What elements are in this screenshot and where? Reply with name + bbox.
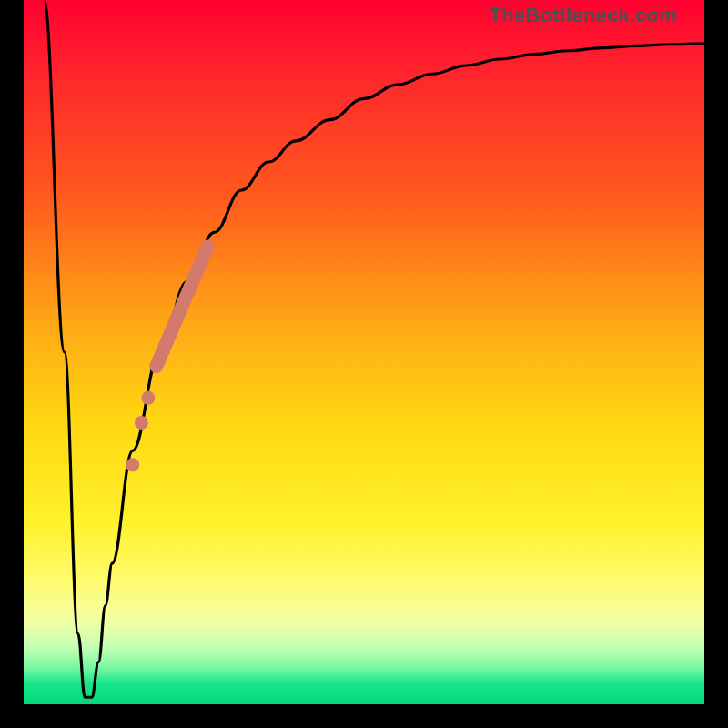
dot-2 xyxy=(135,416,148,430)
bottleneck-curve xyxy=(44,0,704,697)
dot-3 xyxy=(126,458,139,471)
curve-layer xyxy=(24,0,704,704)
chart-frame: TheBottleneck.com xyxy=(0,0,728,728)
dot-1 xyxy=(141,391,155,405)
thick-segment xyxy=(157,247,207,367)
plot-area: TheBottleneck.com xyxy=(24,0,704,704)
